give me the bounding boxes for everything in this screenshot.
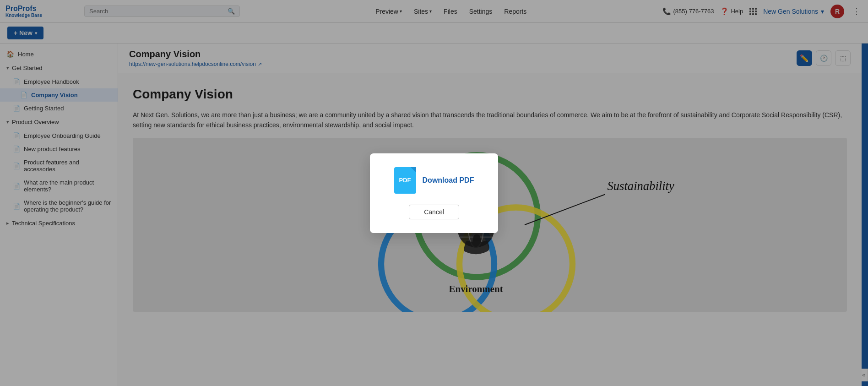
modal-download-row: PDF Download PDF [394,167,474,194]
download-modal: PDF Download PDF Cancel [370,153,498,233]
cancel-button[interactable]: Cancel [409,205,459,219]
pdf-icon: PDF [394,167,416,194]
download-pdf-link[interactable]: Download PDF [423,176,474,185]
modal-overlay[interactable]: PDF Download PDF Cancel [0,0,868,386]
